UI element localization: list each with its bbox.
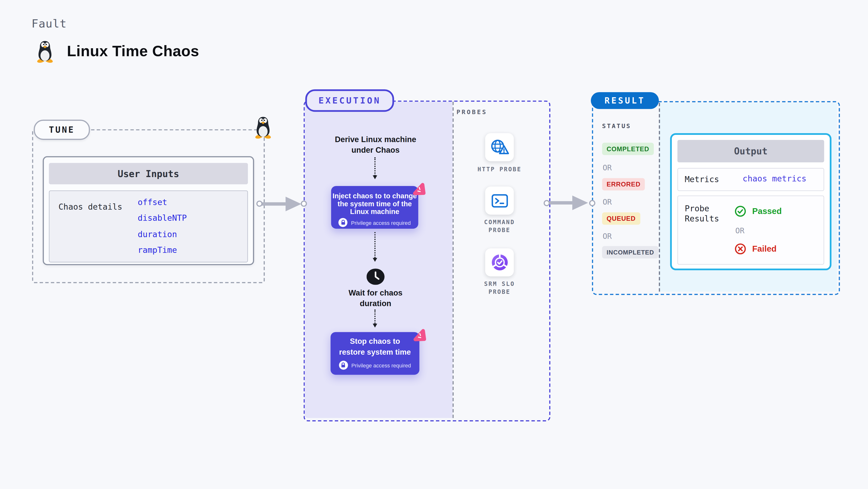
inject-line-3: Linux machine [331,208,418,216]
globe-alert-icon [489,139,509,156]
tunable-duration[interactable]: duration [138,230,177,239]
stop-chaos-step: Stop chaos to restore system time Privil… [331,332,419,374]
tux-penguin-icon [35,40,55,63]
chaos-logo-icon [411,182,427,197]
arrow-shaft [549,201,572,204]
command-probe-label: COMMAND PROBE [465,219,533,234]
stop-line-1: Stop chaos to [331,336,419,347]
lock-icon [339,361,348,369]
derive-line-1: Derive Linux machine [315,134,436,145]
flow-arrow-down-icon [374,309,376,326]
probes-divider-line [453,102,454,418]
derive-step-text: Derive Linux machine under Chaos [315,134,436,156]
status-label: STATUS [602,123,631,130]
probe-results-row: Probe Results Passed OR Failed [677,195,824,264]
command-probe-card [485,187,514,215]
slo-pie-icon [490,253,509,272]
check-circle-icon [735,205,746,217]
arrow-shaft [262,202,285,205]
connector-dot [256,200,262,207]
clock-icon [367,268,385,285]
status-badge-completed: COMPLETED [602,143,654,155]
wait-line-2: duration [315,298,436,309]
tunable-disablentp[interactable]: disableNTP [138,214,187,222]
metrics-label: Metrics [685,174,719,184]
inject-line-1: Inject chaos to to change [331,193,418,200]
status-badge-queued: QUEUED [602,212,640,225]
flow-arrow-down-icon [374,157,376,177]
user-inputs-table: Chaos details offset disableNTP duration… [49,191,248,262]
connector-dot [544,200,550,206]
probe-label-line: COMMAND [465,219,533,226]
connector-dot [301,200,307,207]
inject-chaos-step: Inject chaos to to change the system tim… [331,186,418,229]
connector-dot [589,200,595,206]
fault-category-label: Fault [31,17,67,30]
tune-badge: TUNE [34,120,90,140]
arrow-right-icon [285,196,301,211]
http-probe-label: HTTP PROBE [465,166,533,173]
stop-line-2: restore system time [331,347,419,357]
probe-label-line: PROBE [465,288,533,296]
privilege-note: Privilege access required [351,362,411,368]
failed-label: Failed [752,244,777,254]
or-separator: OR [603,163,612,172]
http-probe-card [485,133,514,161]
flow-arrow-down-icon [374,232,376,260]
execution-badge: EXECUTION [305,89,394,112]
user-inputs-card: User Inputs Chaos details offset disable… [43,156,254,265]
probe-label-line: SRM SLO [465,280,533,288]
terminal-icon [491,193,508,207]
chaos-logo-icon [412,328,427,343]
derive-line-2: under Chaos [315,145,436,156]
inject-line-2: the system time of the [331,200,418,208]
probe-results-line: Results [685,214,719,224]
status-badge-incompleted: INCOMPLETED [602,246,658,258]
diagram-canvas: Fault Linux Time Chaos TUNE User Inputs … [0,0,868,489]
probes-section-label: PROBES [457,108,487,116]
chaos-details-label: Chaos details [58,202,122,211]
or-separator: OR [603,232,612,240]
tunable-ramptime[interactable]: rampTime [138,246,177,255]
status-badge-errored: ERRORED [602,178,645,190]
or-separator: OR [603,197,612,206]
passed-label: Passed [752,206,782,216]
result-badge: RESULT [591,92,659,109]
wait-line-1: Wait for chaos [315,288,436,298]
wait-step-text: Wait for chaos duration [315,288,436,309]
lock-icon [339,218,348,227]
arrow-right-icon [572,195,588,210]
privilege-note: Privilege access required [351,220,411,226]
metrics-value-link[interactable]: chaos metrics [743,174,806,183]
probe-results-line: Probe [685,203,719,214]
probe-results-label: Probe Results [685,203,719,224]
metrics-row: Metrics chaos metrics [677,168,824,191]
tux-penguin-icon [253,116,273,139]
tunable-offset[interactable]: offset [138,198,167,207]
srm-slo-probe-card [485,248,514,276]
srm-slo-probe-label: SRM SLO PROBE [465,280,533,296]
or-separator: OR [735,226,744,235]
page-title: Linux Time Chaos [67,43,199,60]
probe-label-line: PROBE [465,226,533,233]
x-circle-icon [735,243,746,255]
probe-label-line: HTTP PROBE [465,166,533,173]
user-inputs-title: User Inputs [49,163,248,184]
output-card: Output Metrics chaos metrics Probe Resul… [670,133,831,270]
output-title: Output [677,140,824,162]
